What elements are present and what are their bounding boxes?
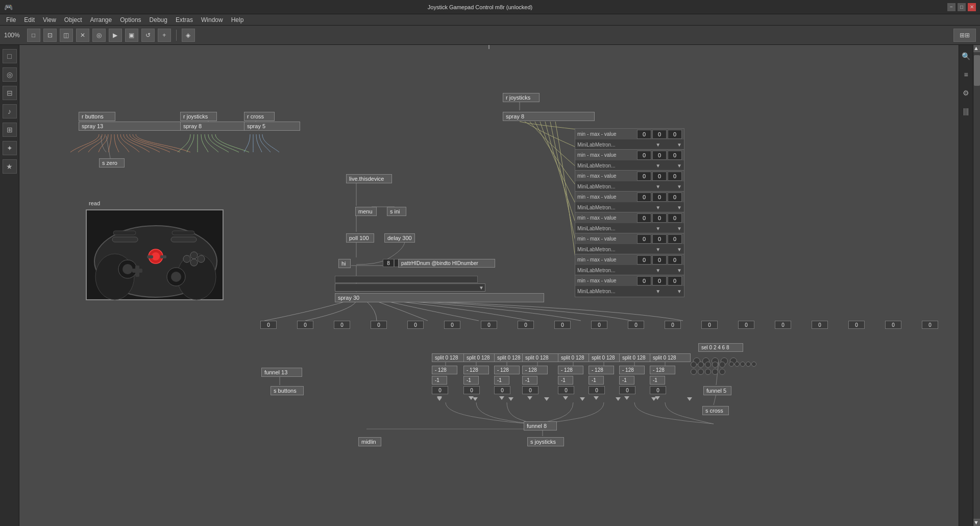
scroll-up-button[interactable]: ▲ <box>973 45 980 52</box>
toolbar-btn-grid2[interactable]: ⊞⊞ <box>953 29 976 42</box>
midlin-obj[interactable]: midlin <box>358 437 381 446</box>
toolbar-btn-circle[interactable]: ◎ <box>92 29 106 42</box>
minilab-row-7: min - max - value 0 0 0 MiniLabMetron...… <box>575 254 684 276</box>
svg-rect-31 <box>132 269 142 273</box>
menu-arrange[interactable]: Arrange <box>86 15 116 25</box>
toolbar: 100% □ ⊡ ◫ ✕ ◎ ▶ ▣ ↺ + ◈ ⊞⊞ <box>0 26 980 45</box>
toolbar-btn-delete[interactable]: ✕ <box>76 29 89 42</box>
svg-rect-40 <box>113 231 136 235</box>
patch-canvas[interactable]: r buttons spray 13 r joysticks spray 8 r… <box>19 45 959 526</box>
menu-options[interactable]: Options <box>116 15 145 25</box>
toolbar-btn-square[interactable]: ▣ <box>125 29 138 42</box>
svg-line-14 <box>714 394 716 405</box>
minilab-row-1: min - max - value 0 0 0 MiniLabMetron...… <box>575 128 684 151</box>
controller-svg <box>87 210 225 301</box>
svg-rect-41 <box>172 231 194 235</box>
menu-object[interactable]: Object <box>60 15 86 25</box>
spray8-top-obj[interactable]: spray 8 <box>180 122 252 131</box>
vertical-scrollbar[interactable]: ▲ ▼ <box>973 45 980 526</box>
far-right-cluster <box>729 362 760 367</box>
scroll-thumb[interactable] <box>974 55 980 86</box>
funnel8-obj[interactable]: funnel 8 <box>524 421 557 431</box>
menu-window[interactable]: Window <box>197 15 227 25</box>
menu-obj[interactable]: menu <box>355 207 377 216</box>
toolbar-separator <box>176 30 177 41</box>
pattr-hid-obj[interactable]: pattrHIDnum @bindto HIDnumber <box>398 259 495 268</box>
delay300-obj[interactable]: delay 300 <box>384 233 415 243</box>
sidebar-icon-monitor[interactable]: □ <box>3 49 17 63</box>
minilab-row-2: min - max - value 0 0 0 MiniLabMetron...… <box>575 149 684 172</box>
svg-point-32 <box>190 252 198 259</box>
svg-point-27 <box>122 264 133 274</box>
sidebar-icon-target[interactable]: ◎ <box>3 67 17 82</box>
spray5-obj[interactable]: spray 5 <box>244 122 300 131</box>
scroll-indicator <box>488 45 489 49</box>
spray13-obj[interactable]: spray 13 <box>79 122 196 131</box>
toolbar-btn-add[interactable]: + <box>158 29 171 42</box>
poll100-obj[interactable]: poll 100 <box>346 233 374 243</box>
toolbar-btn-undo[interactable]: ↺ <box>141 29 155 42</box>
svg-point-35 <box>190 259 198 266</box>
window-controls: − □ ✕ <box>947 3 976 11</box>
right-icon-1[interactable]: ≡ <box>959 67 973 82</box>
sidebar-icon-display[interactable]: ⊟ <box>3 86 17 100</box>
menu-extras[interactable]: Extras <box>172 15 197 25</box>
toolbar-btn-select[interactable]: ◫ <box>60 29 73 42</box>
spray8-right-obj[interactable]: spray 8 <box>503 112 595 121</box>
sidebar-icon-tools[interactable]: ✦ <box>3 141 17 155</box>
menu-debug[interactable]: Debug <box>145 15 172 25</box>
s-ini-obj[interactable]: s ini <box>387 207 406 216</box>
spray30-obj[interactable]: spray 30 <box>335 293 544 302</box>
minilab-row-5: min - max - value 0 0 0 MiniLabMetron...… <box>575 212 684 234</box>
s-zero-obj[interactable]: s zero <box>99 158 125 168</box>
r-cross-obj[interactable]: r cross <box>244 112 275 121</box>
menu-edit[interactable]: Edit <box>20 15 39 25</box>
svg-point-33 <box>198 255 205 262</box>
s-cross-obj[interactable]: s cross <box>702 406 729 415</box>
right-sidebar: 🔍 ≡ ⚙ ||| <box>959 45 973 526</box>
window-title: Joystick Gamepad Control m8r (unlocked) <box>428 4 532 10</box>
toolbar-btn-color[interactable]: ◈ <box>182 29 195 42</box>
close-button[interactable]: ✕ <box>968 3 976 11</box>
svg-rect-39 <box>171 237 197 242</box>
s-joysticks-obj[interactable]: s joysticks <box>527 437 564 446</box>
toolbar-btn-grid[interactable]: ⊡ <box>43 29 57 42</box>
funnel5-obj[interactable]: funnel 5 <box>703 386 731 395</box>
read-label: read <box>89 200 100 206</box>
menubar: File Edit View Object Arrange Options De… <box>0 14 980 26</box>
s-buttons-obj[interactable]: s buttons <box>271 386 304 395</box>
svg-rect-38 <box>112 237 138 242</box>
maximize-button[interactable]: □ <box>958 3 966 11</box>
sel02468-obj[interactable]: sel 0 2 4 6 8 <box>698 343 743 352</box>
toolbar-btn-lock[interactable]: □ <box>27 29 40 42</box>
svg-line-0 <box>106 136 110 158</box>
live-thisdevice-obj[interactable]: live.thisdevice <box>346 174 392 183</box>
sidebar-icon-star[interactable]: ★ <box>3 159 17 174</box>
menu-help[interactable]: Help <box>227 15 248 25</box>
menu-view[interactable]: View <box>39 15 60 25</box>
menu-file[interactable]: File <box>2 15 20 25</box>
left-sidebar: □ ◎ ⊟ ♪ ⊞ ✦ ★ <box>0 45 19 526</box>
sidebar-icon-music[interactable]: ♪ <box>3 104 17 118</box>
scroll-down-button[interactable]: ▼ <box>973 519 980 526</box>
minimize-button[interactable]: − <box>947 3 955 11</box>
right-icon-2[interactable]: ⚙ <box>959 86 973 100</box>
minilab-row-3: min - max - value 0 0 0 MiniLabMetron...… <box>575 170 684 193</box>
funnel13-obj[interactable]: funnel 13 <box>261 368 302 377</box>
hi-obj[interactable]: hi <box>338 259 351 268</box>
svg-rect-42 <box>147 255 153 258</box>
titlebar: 🎮 Joystick Gamepad Control m8r (unlocked… <box>0 0 980 14</box>
r-joysticks-top-obj[interactable]: r joysticks <box>180 112 217 121</box>
r-buttons-obj[interactable]: r buttons <box>79 112 115 121</box>
svg-point-29 <box>171 272 181 282</box>
hi-num-display[interactable]: 8 <box>383 259 394 267</box>
svg-rect-43 <box>160 255 166 258</box>
right-icon-search[interactable]: 🔍 <box>959 49 973 63</box>
sidebar-icon-grid[interactable]: ⊞ <box>3 123 17 137</box>
r-joysticks-right-obj[interactable]: r joysticks <box>503 93 540 102</box>
minilab-row-4: min - max - value 0 0 0 MiniLabMetron...… <box>575 191 684 213</box>
message-box[interactable]: ▼ <box>335 283 485 292</box>
right-icon-3[interactable]: ||| <box>959 104 973 118</box>
toolbar-btn-play[interactable]: ▶ <box>109 29 122 42</box>
minilab-row-6: min - max - value 0 0 0 MiniLabMetron...… <box>575 233 684 255</box>
